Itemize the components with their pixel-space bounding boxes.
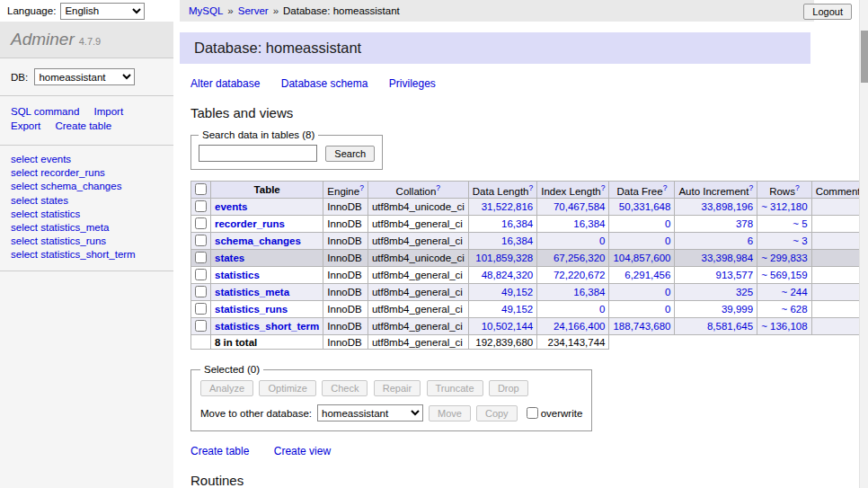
row-checkbox[interactable] <box>195 269 207 280</box>
engine-hint-link[interactable]: ? <box>359 183 364 192</box>
search-button[interactable]: Search <box>325 146 375 162</box>
analyze-button[interactable]: Analyze <box>200 380 253 396</box>
row-checkbox[interactable] <box>195 303 207 315</box>
auto-increment-link[interactable]: 6 <box>748 235 753 246</box>
drop-button[interactable]: Drop <box>489 380 528 396</box>
data-free-link[interactable]: 104,857,600 <box>613 253 670 263</box>
index-length-link[interactable]: 70,467,584 <box>554 201 606 212</box>
create-table-link[interactable]: Create table <box>190 445 249 457</box>
auto-increment-link[interactable]: 913,577 <box>716 270 754 280</box>
data-free-link[interactable]: 0 <box>665 218 670 229</box>
auto-increment-link[interactable]: 39,999 <box>722 304 753 315</box>
data-free-link[interactable]: 188,743,680 <box>613 321 670 332</box>
alter-database-link[interactable]: Alter database <box>190 77 260 90</box>
auto-increment-link[interactable]: 33,898,196 <box>702 201 754 212</box>
sidebar-item-select-events[interactable]: select events <box>11 153 163 166</box>
check-button[interactable]: Check <box>322 380 368 396</box>
data-free-hint-link[interactable]: ? <box>663 183 668 192</box>
auto-increment-link[interactable]: 8,581,645 <box>707 321 753 332</box>
row-checkbox[interactable] <box>195 286 207 297</box>
index-length-link[interactable]: 72,220,672 <box>554 270 606 280</box>
data-length-link[interactable]: 101,859,328 <box>475 253 533 263</box>
breadcrumb-server-link[interactable]: Server <box>238 5 269 16</box>
data-length-link[interactable]: 48,824,320 <box>482 270 534 280</box>
table-name-link[interactable]: statistics_short_term <box>215 321 319 332</box>
auto-increment-link[interactable]: 378 <box>736 218 753 229</box>
data-free-link[interactable]: 0 <box>665 235 670 246</box>
sidebar-import-link[interactable]: Import <box>93 106 123 117</box>
vertical-scrollbar[interactable] <box>859 0 868 488</box>
data-length-link[interactable]: 16,384 <box>501 235 533 246</box>
language-select[interactable]: English <box>60 3 145 20</box>
collation-hint-link[interactable]: ? <box>436 183 440 192</box>
data-free-link[interactable]: 6,291,456 <box>624 270 670 280</box>
sidebar-item-select-statistics-meta[interactable]: select statistics_meta <box>11 221 163 235</box>
index-length-link[interactable]: 67,256,320 <box>554 253 606 263</box>
optimize-button[interactable]: Optimize <box>259 380 315 396</box>
move-database-select[interactable]: homeassistant <box>317 404 423 421</box>
copy-button[interactable]: Copy <box>476 405 518 421</box>
move-button[interactable]: Move <box>429 405 471 421</box>
data-free-link[interactable]: 50,331,648 <box>619 201 671 212</box>
sidebar-item-select-schema-changes[interactable]: select schema_changes <box>11 180 163 193</box>
row-checkbox[interactable] <box>195 217 207 229</box>
rows-count-link[interactable]: ~ 136,108 <box>761 321 807 332</box>
index-length-link[interactable]: 24,166,400 <box>554 321 606 332</box>
table-name-link[interactable]: statistics_runs <box>215 304 288 315</box>
row-checkbox[interactable] <box>195 252 207 263</box>
data-length-link[interactable]: 10,502,144 <box>482 321 534 332</box>
sidebar-item-select-statistics-short-term[interactable]: select statistics_short_term <box>11 248 163 262</box>
repair-button[interactable]: Repair <box>374 380 421 396</box>
select-all-checkbox[interactable] <box>195 183 207 195</box>
logout-button[interactable]: Logout <box>803 4 852 20</box>
privileges-link[interactable]: Privileges <box>389 77 436 90</box>
index-length-link[interactable]: 16,384 <box>573 287 605 297</box>
scrollbar-thumb[interactable] <box>861 31 868 83</box>
rows-count-link[interactable]: ~ 5 <box>793 218 807 229</box>
row-checkbox[interactable] <box>195 235 207 246</box>
rows-count-link[interactable]: ~ 244 <box>782 287 808 297</box>
rows-count-link[interactable]: ~ 299,833 <box>761 253 807 263</box>
overwrite-checkbox[interactable] <box>527 407 538 419</box>
table-name-link[interactable]: recorder_runs <box>215 218 285 229</box>
sidebar-sql-command-link[interactable]: SQL command <box>11 106 79 117</box>
search-input[interactable] <box>199 145 317 162</box>
create-view-link[interactable]: Create view <box>274 445 331 457</box>
table-name-link[interactable]: statistics <box>215 270 260 280</box>
index-length-hint-link[interactable]: ? <box>601 183 606 192</box>
row-checkbox[interactable] <box>195 320 207 332</box>
db-select[interactable]: homeassistant <box>34 68 135 85</box>
data-length-link[interactable]: 49,152 <box>501 287 533 297</box>
truncate-button[interactable]: Truncate <box>427 380 483 396</box>
app-name-link[interactable]: Adminer <box>11 30 75 49</box>
rows-count-link[interactable]: ~ 3 <box>793 235 807 246</box>
table-name-link[interactable]: schema_changes <box>215 235 301 246</box>
sidebar-item-select-statistics-runs[interactable]: select statistics_runs <box>11 235 163 248</box>
index-length-link[interactable]: 16,384 <box>573 218 605 229</box>
rows-count-link[interactable]: ~ 628 <box>782 304 808 315</box>
rows-count-link[interactable]: ~ 312,180 <box>761 201 807 212</box>
auto-increment-link[interactable]: 33,398,984 <box>702 253 754 263</box>
table-name-link[interactable]: states <box>215 253 244 263</box>
index-length-link[interactable]: 0 <box>599 304 605 315</box>
sidebar-export-link[interactable]: Export <box>11 120 40 131</box>
auto-increment-link[interactable]: 325 <box>736 287 753 297</box>
table-name-link[interactable]: statistics_meta <box>215 287 289 297</box>
data-length-link[interactable]: 31,522,816 <box>482 201 534 212</box>
database-schema-link[interactable]: Database schema <box>281 77 368 90</box>
sidebar-item-select-statistics[interactable]: select statistics <box>11 208 163 221</box>
data-free-link[interactable]: 0 <box>665 304 670 315</box>
breadcrumb-mysql-link[interactable]: MySQL <box>189 5 223 16</box>
row-checkbox[interactable] <box>195 200 207 212</box>
auto-increment-hint-link[interactable]: ? <box>748 183 753 192</box>
sidebar-item-select-recorder-runs[interactable]: select recorder_runs <box>11 166 163 180</box>
index-length-link[interactable]: 0 <box>599 235 605 246</box>
rows-hint-link[interactable]: ? <box>795 183 800 192</box>
sidebar-create-table-link[interactable]: Create table <box>55 120 111 131</box>
data-length-link[interactable]: 49,152 <box>501 304 533 315</box>
sidebar-item-select-states[interactable]: select states <box>11 194 163 208</box>
rows-count-link[interactable]: ~ 569,159 <box>761 270 807 280</box>
data-length-link[interactable]: 16,384 <box>501 218 533 229</box>
data-free-link[interactable]: 0 <box>665 287 670 297</box>
data-length-hint-link[interactable]: ? <box>528 183 533 192</box>
